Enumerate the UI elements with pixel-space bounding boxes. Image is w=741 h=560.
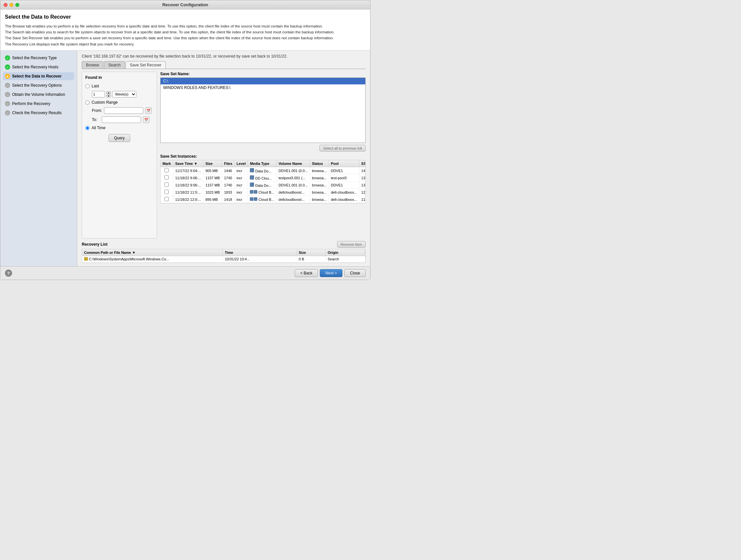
- row-level: incr: [234, 189, 248, 196]
- row-save-time: 11/17/22 9:04:...: [173, 167, 203, 174]
- instances-header-row: Mark Save Time ▼ Size Files Level Media …: [160, 160, 365, 167]
- tab-bar: Browse Search Save Set Recover: [82, 61, 365, 69]
- sidebar-item-recovery-hosts[interactable]: ✓ Select the Recovery Hosts: [3, 63, 74, 71]
- instance-row[interactable]: 11/18/22 9:06:... 1157 MB 1740 incr DD C…: [160, 174, 365, 182]
- row-media-type: Data Do...: [248, 167, 276, 174]
- rec-size: 0 B: [296, 256, 326, 263]
- custom-range-label: Custom Range: [91, 100, 118, 105]
- found-in-panel: Found in Last ▲ ▼ Week(s) Day(s): [82, 72, 157, 238]
- sidebar-label-recovery-type: Select the Recovery Type: [12, 56, 57, 60]
- recovery-tbody: C:\Windows\SystemApps\Microsoft.Windows.…: [82, 256, 365, 263]
- sidebar-item-data-to-recover[interactable]: ● Select the Data to Recover: [3, 72, 74, 80]
- sidebar-item-recovery-type[interactable]: ✓ Select the Recovery Type: [3, 54, 74, 62]
- row-checkbox-cell[interactable]: [160, 189, 173, 196]
- sidebar-item-volume-info[interactable]: ○ Obtain the Volume Information: [3, 90, 74, 99]
- recovery-list-row[interactable]: C:\Windows\SystemApps\Microsoft.Windows.…: [82, 256, 365, 263]
- from-calendar-button[interactable]: 📅: [145, 107, 152, 114]
- status-icon-data-to-recover: ●: [5, 74, 10, 79]
- desc-line-2: The Search tab enables you to search for…: [5, 29, 365, 35]
- to-date-input[interactable]: [102, 116, 141, 123]
- custom-range-radio-row: Custom Range: [85, 100, 153, 105]
- spin-down-button[interactable]: ▼: [106, 95, 111, 98]
- row-files: 1833: [222, 189, 234, 196]
- row-checkbox-cell[interactable]: [160, 196, 173, 203]
- maximize-traffic-light[interactable]: [15, 3, 19, 7]
- query-button[interactable]: Query: [109, 134, 130, 142]
- to-calendar-button[interactable]: 📅: [143, 116, 149, 123]
- row-pool: test-pool3: [329, 174, 359, 182]
- from-date-input[interactable]: [104, 107, 143, 114]
- all-time-radio-row: All Time: [85, 126, 153, 130]
- rec-origin: Search: [326, 256, 365, 263]
- row-size: 1157 MB: [203, 182, 222, 189]
- last-value-input[interactable]: [92, 91, 105, 98]
- status-icon-recovery-options: ○: [5, 83, 10, 88]
- col-save-time: Save Time ▼: [173, 160, 203, 167]
- row-pool: DDVE1: [329, 167, 359, 174]
- row-checkbox[interactable]: [164, 183, 169, 187]
- col-origin: Origin: [326, 249, 365, 256]
- row-status: browsa...: [310, 182, 329, 189]
- close-button[interactable]: Close: [344, 269, 365, 277]
- status-icon-recovery-type: ✓: [5, 55, 10, 61]
- remove-item-button[interactable]: Remove Item: [337, 241, 365, 248]
- custom-range-radio[interactable]: [85, 101, 89, 105]
- last-number-spin: ▲ ▼ Week(s) Day(s) Month(s): [92, 91, 153, 98]
- row-save-time: 11/18/22 9:06:...: [173, 174, 203, 182]
- tab-browse[interactable]: Browse: [82, 61, 103, 69]
- tab-saveset[interactable]: Save Set Recover: [126, 61, 166, 69]
- instance-row[interactable]: 11/18/22 12:0:... 895 MB 1418 incr Cloud…: [160, 196, 365, 203]
- recovery-header-row: Common Path or File Name ▼ Time Size Ori…: [82, 249, 365, 256]
- saveset-panel: Found in Last ▲ ▼ Week(s) Day(s): [82, 72, 365, 238]
- row-checkbox[interactable]: [164, 190, 169, 194]
- back-button[interactable]: < Back: [295, 269, 318, 277]
- last-radio[interactable]: [85, 84, 89, 88]
- row-checkbox-cell[interactable]: [160, 167, 173, 174]
- instance-row[interactable]: 11/17/22 9:04:... 905 MB 1446 incr Data …: [160, 167, 365, 174]
- row-files: 1418: [222, 196, 234, 203]
- saveset-item-1[interactable]: WINDOWS ROLES AND FEATURES:\: [160, 84, 365, 91]
- rec-time: 10/31/22 10:4...: [223, 256, 296, 263]
- row-checkbox[interactable]: [164, 197, 169, 201]
- row-checkbox[interactable]: [164, 175, 169, 180]
- row-status: browsa...: [310, 174, 329, 182]
- row-save-time: 11/18/22 9:06:...: [173, 182, 203, 189]
- tab-search[interactable]: Search: [104, 61, 125, 69]
- spin-up-button[interactable]: ▲: [106, 91, 111, 94]
- row-save-time: 11/18/22 12:0:...: [173, 196, 203, 203]
- sidebar-item-perform-recovery[interactable]: ○ Perform the Recovery: [3, 100, 74, 108]
- instance-row[interactable]: 11/18/22 9:06:... 1157 MB 1740 incr Data…: [160, 182, 365, 189]
- all-time-radio[interactable]: [85, 126, 89, 130]
- col-volume-name: Volume Name: [276, 160, 310, 167]
- recovery-list-section: Recovery List Remove Item Common Path or…: [82, 241, 365, 263]
- instances-tbody: 11/17/22 9:04:... 905 MB 1446 incr Data …: [160, 167, 365, 203]
- next-button[interactable]: Next >: [320, 269, 342, 277]
- sidebar-label-recovery-options: Select the Recovery Options: [12, 83, 62, 88]
- help-button[interactable]: ?: [5, 269, 12, 277]
- close-traffic-light[interactable]: [4, 3, 7, 7]
- instance-row[interactable]: 11/18/22 11:5:... 1023 MB 1833 incr Clou…: [160, 189, 365, 196]
- sidebar-item-recovery-options[interactable]: ○ Select the Recovery Options: [3, 81, 74, 89]
- row-volume-name: DDVE1.001 (0.0...: [276, 182, 310, 189]
- row-files: 1446: [222, 167, 234, 174]
- window-title: Recover Configuration: [162, 2, 208, 7]
- row-status: browsa...: [310, 167, 329, 174]
- row-checkbox-cell[interactable]: [160, 174, 173, 182]
- instances-title: Save Set Instances:: [160, 154, 365, 159]
- sidebar-item-check-results[interactable]: ○ Check the Recovery Results: [3, 109, 74, 117]
- select-all-button[interactable]: Select all to previous full: [320, 145, 365, 151]
- row-media-type: Data Do...: [248, 182, 276, 189]
- col-path: Common Path or File Name ▼: [82, 249, 223, 256]
- col-pool: Pool: [329, 160, 359, 167]
- minimize-traffic-light[interactable]: [9, 3, 13, 7]
- row-checkbox[interactable]: [164, 168, 169, 172]
- row-volume-name: DDVE1.001 (0.0...: [276, 167, 310, 174]
- row-checkbox-cell[interactable]: [160, 182, 173, 189]
- sidebar-label-check-results: Check the Recovery Results: [12, 111, 62, 115]
- traffic-lights: [4, 3, 19, 7]
- main-content: ✓ Select the Recovery Type ✓ Select the …: [0, 51, 370, 266]
- saveset-item-0[interactable]: C:\: [160, 78, 365, 84]
- weeks-dropdown[interactable]: Week(s) Day(s) Month(s): [112, 91, 136, 98]
- row-pool: dell-cloudboos...: [329, 189, 359, 196]
- sidebar-label-data-to-recover: Select the Data to Recover: [12, 74, 62, 78]
